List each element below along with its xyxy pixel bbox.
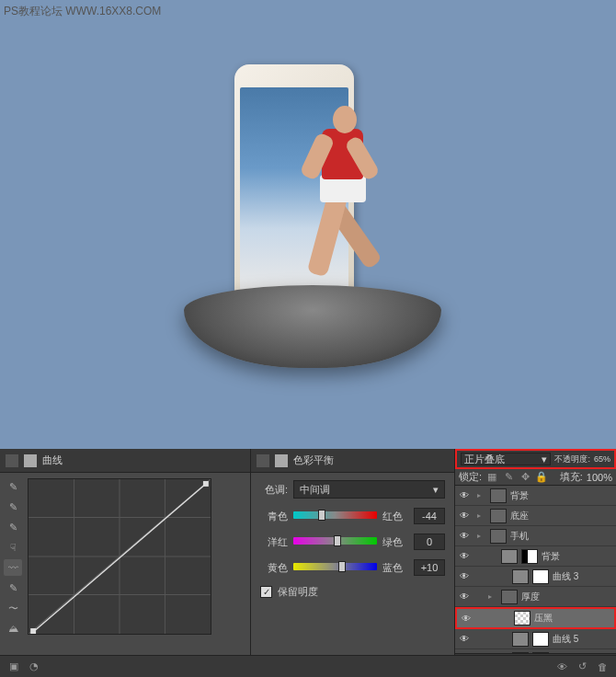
layer-thumb	[490, 488, 507, 503]
opacity-label: 不透明度:	[554, 453, 590, 465]
curves-body: ✎ ✎ ✎ ☟ 〰 ✎ 〜 ⛰	[0, 473, 250, 653]
lock-paint-icon[interactable]: ✎	[502, 471, 515, 484]
fill-label: 填充:	[560, 470, 583, 484]
trash-icon[interactable]: 🗑	[596, 660, 609, 673]
svg-rect-8	[203, 481, 209, 487]
expand-arrow-icon[interactable]: ▸	[488, 592, 497, 601]
curves-point-tool[interactable]: 〰	[4, 559, 22, 576]
red-label: 红色	[382, 510, 408, 523]
preserve-luminosity-checkbox[interactable]: ✓ 保留明度	[260, 585, 445, 599]
magenta-green-slider[interactable]	[293, 537, 377, 546]
color-balance-footer: ▣ ◔ 👁 ↺ 🗑	[0, 655, 616, 677]
eye-icon[interactable]: 👁	[459, 490, 470, 501]
color-balance-title: 色彩平衡	[293, 453, 334, 467]
canvas-area: PS教程论坛 WWW.16XX8.COM	[0, 0, 616, 449]
layer-row[interactable]: 👁▸背景	[455, 486, 616, 506]
tone-value: 中间调	[300, 483, 330, 497]
layer-name: 底座	[510, 510, 612, 522]
eye-icon[interactable]: 👁	[459, 551, 470, 562]
panels-area: 曲线 ✎ ✎ ✎ ☟ 〰 ✎ 〜 ⛰	[0, 449, 616, 677]
toggle-icon[interactable]: ▣	[7, 660, 20, 673]
layer-row[interactable]: 👁压黑	[455, 607, 616, 629]
color-balance-header: 色彩平衡	[251, 449, 454, 473]
curves-icon	[6, 454, 18, 467]
composite-artwork	[156, 55, 460, 432]
eye-icon[interactable]: 👁	[461, 613, 472, 624]
curves-panel: 曲线 ✎ ✎ ✎ ☟ 〰 ✎ 〜 ⛰	[0, 449, 251, 677]
curves-pencil-tool[interactable]: ✎	[4, 579, 22, 596]
balance-preset-icon	[275, 454, 288, 467]
eye-icon[interactable]: 👁	[459, 634, 470, 645]
eye-icon[interactable]: 👁	[459, 571, 470, 582]
layer-name: 厚度	[521, 591, 612, 603]
expand-arrow-icon[interactable]: ▸	[477, 511, 486, 520]
layer-mask-thumb	[532, 652, 549, 654]
cyan-red-value[interactable]: -44	[414, 508, 445, 524]
cyan-red-slider[interactable]	[293, 511, 377, 521]
layer-thumb	[501, 549, 518, 564]
layer-thumb	[512, 569, 529, 584]
curves-histogram-tool[interactable]: ⛰	[4, 620, 22, 637]
tone-dropdown[interactable]: 中间调 ▾	[293, 480, 445, 499]
eyedropper-gray[interactable]: ✎	[4, 499, 22, 515]
eye-icon[interactable]: 👁	[459, 591, 470, 602]
lock-position-icon[interactable]: ✥	[519, 471, 531, 484]
fill-value[interactable]: 100%	[587, 472, 612, 483]
layer-mask-thumb	[532, 569, 549, 584]
color-balance-panel: 色彩平衡 色调: 中间调 ▾ 青色 红色 -44 洋红 绿色 0	[251, 449, 455, 677]
svg-rect-7	[30, 628, 36, 634]
yellow-blue-slider[interactable]	[293, 563, 377, 572]
lock-transparency-icon[interactable]: ▦	[485, 471, 498, 484]
layer-thumb	[490, 509, 507, 523]
layer-row[interactable]: 👁▸厚度	[455, 587, 616, 607]
layer-row[interactable]: 👁曲线 5	[455, 629, 616, 649]
chevron-down-icon: ▾	[433, 484, 439, 496]
layer-row[interactable]: 👁▸手机	[455, 526, 616, 546]
blue-label: 蓝色	[382, 561, 408, 575]
opacity-value[interactable]: 65%	[594, 454, 610, 464]
layer-name: 手机	[510, 530, 612, 543]
curves-graph[interactable]	[28, 478, 211, 635]
layer-row[interactable]: 👁曲线 3	[455, 567, 616, 587]
expand-arrow-icon[interactable]: ▸	[477, 491, 486, 499]
magenta-green-value[interactable]: 0	[414, 534, 445, 550]
layer-list: 👁▸背景👁▸底座👁▸手机👁背景👁曲线 3👁▸厚度👁压黑👁曲线 5👁色彩平衡👁▸手…	[455, 486, 616, 653]
eyedropper-white[interactable]: ✎	[4, 519, 22, 535]
clip-icon[interactable]: ◔	[28, 660, 40, 673]
layer-thumb	[490, 529, 507, 544]
lock-all-icon[interactable]: 🔒	[535, 471, 548, 484]
lock-label: 锁定:	[459, 470, 482, 484]
chevron-down-icon: ▾	[542, 453, 547, 465]
layer-name: 背景	[542, 550, 612, 563]
color-balance-body: 色调: 中间调 ▾ 青色 红色 -44 洋红 绿色 0 黄色	[251, 473, 454, 653]
curves-hand-tool[interactable]: ☟	[4, 539, 22, 556]
curves-smooth-tool[interactable]: 〜	[4, 600, 22, 616]
yellow-blue-value[interactable]: +10	[414, 559, 445, 576]
visibility-icon[interactable]: 👁	[555, 660, 568, 673]
layers-blend-row: 正片叠底▾ 不透明度: 65%	[455, 449, 616, 469]
curves-tool-column: ✎ ✎ ✎ ☟ 〰 ✎ 〜 ⛰	[4, 478, 24, 637]
layer-name: 曲线 5	[553, 633, 612, 646]
layer-name: 压黑	[534, 612, 610, 625]
layer-thumb	[501, 590, 518, 604]
runner-graphic	[267, 83, 432, 313]
eye-icon[interactable]: 👁	[459, 531, 470, 542]
curves-header: 曲线	[0, 449, 250, 473]
yellow-label: 黄色	[260, 561, 288, 575]
tone-label: 色调:	[260, 483, 288, 497]
expand-arrow-icon[interactable]: ▸	[477, 532, 486, 540]
eyedropper-black[interactable]: ✎	[4, 478, 22, 495]
watermark-text: PS教程论坛 WWW.16XX8.COM	[4, 4, 161, 19]
layer-thumb	[514, 611, 530, 625]
check-icon: ✓	[260, 586, 272, 598]
layer-thumb	[512, 632, 529, 647]
magenta-label: 洋红	[260, 535, 288, 549]
reset-icon[interactable]: ↺	[576, 660, 588, 673]
layer-mask-thumb	[532, 632, 549, 647]
curves-preset-icon	[24, 454, 37, 467]
layer-row[interactable]: 👁▸底座	[455, 506, 616, 526]
eye-icon[interactable]: 👁	[459, 511, 470, 522]
layer-row[interactable]: 👁背景	[455, 546, 616, 567]
blend-mode-dropdown[interactable]: 正片叠底▾	[461, 453, 551, 465]
layers-lock-row: 锁定: ▦ ✎ ✥ 🔒 填充: 100%	[455, 469, 616, 486]
